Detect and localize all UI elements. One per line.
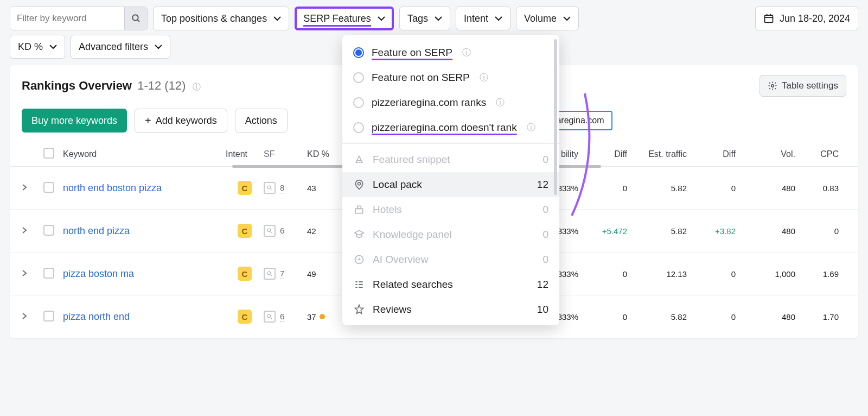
- chevron-down-icon: [273, 16, 281, 21]
- serp-features-icon[interactable]: [264, 311, 276, 323]
- dd-feature-item: Featured snippet0: [342, 147, 559, 172]
- radio-icon: [353, 122, 364, 133]
- feature-icon: [353, 154, 365, 165]
- search-icon: [131, 14, 141, 23]
- svg-line-22: [271, 275, 272, 276]
- svg-point-19: [267, 229, 271, 232]
- chevron-down-icon: [495, 16, 502, 21]
- search-button[interactable]: [124, 7, 147, 30]
- svg-rect-7: [355, 209, 362, 213]
- svg-point-6: [358, 182, 361, 185]
- intent-filter[interactable]: Intent: [456, 7, 510, 30]
- keyword-filter: [10, 7, 148, 30]
- top-positions-filter[interactable]: Top positions & changes: [153, 7, 289, 30]
- dd-option-domain-not-ranks[interactable]: pizzeriaregina.com doesn't rankⓘ: [342, 115, 559, 140]
- dd-option-domain-ranks[interactable]: pizzeriaregina.com ranksⓘ: [342, 90, 559, 115]
- radio-checked-icon: [353, 47, 364, 58]
- date-range-picker[interactable]: Jun 18-20, 2024: [755, 7, 858, 30]
- chevron-down-icon: [563, 16, 571, 21]
- row-checkbox[interactable]: [43, 225, 54, 236]
- svg-rect-8: [358, 206, 361, 209]
- svg-rect-2: [764, 15, 773, 22]
- feature-icon: [353, 204, 365, 215]
- chevron-down-icon: [435, 16, 442, 21]
- serp-features-icon[interactable]: [264, 225, 276, 237]
- feature-icon: [353, 254, 365, 265]
- tags-filter[interactable]: Tags: [399, 7, 450, 30]
- col-traffic[interactable]: Est. traffic: [627, 149, 687, 159]
- radio-icon: [353, 72, 364, 83]
- intent-badge: C: [238, 224, 252, 238]
- serp-features-icon[interactable]: [264, 182, 276, 194]
- info-icon: ⓘ: [480, 72, 488, 84]
- info-icon: ⓘ: [193, 82, 201, 91]
- intent-badge: C: [238, 267, 252, 281]
- dd-feature-item: Knowledge panel0: [342, 222, 559, 247]
- col-diff2[interactable]: Diff: [687, 149, 736, 159]
- col-cpc[interactable]: CPC: [795, 149, 839, 159]
- feature-icon: [353, 279, 365, 290]
- select-all-checkbox[interactable]: [43, 148, 54, 159]
- svg-point-17: [267, 186, 271, 189]
- keyword-filter-input[interactable]: [10, 7, 124, 30]
- dd-feature-item[interactable]: Local pack12: [342, 172, 559, 197]
- col-volume[interactable]: Vol.: [736, 149, 795, 159]
- serp-features-filter[interactable]: SERP Features: [295, 7, 394, 30]
- advanced-filters[interactable]: Advanced filters: [71, 35, 170, 59]
- expand-row[interactable]: [22, 226, 43, 236]
- dd-feature-item[interactable]: Reviews10: [342, 297, 559, 322]
- svg-point-23: [267, 314, 271, 318]
- serp-features-dropdown: Feature on SERPⓘ Feature not on SERPⓘ pi…: [342, 35, 559, 325]
- col-sf[interactable]: SF: [264, 149, 307, 159]
- actions-button[interactable]: Actions: [235, 109, 288, 133]
- radio-icon: [353, 97, 364, 108]
- gear-icon: [768, 81, 777, 91]
- chevron-down-icon: [49, 44, 57, 49]
- info-icon: ⓘ: [527, 122, 535, 134]
- keyword-link[interactable]: north end pizza: [63, 225, 130, 236]
- svg-point-0: [132, 15, 138, 21]
- buy-keywords-button[interactable]: Buy more keywords: [22, 109, 127, 133]
- row-checkbox[interactable]: [43, 311, 54, 322]
- calendar-icon: [763, 13, 774, 24]
- dd-feature-item: AI Overview0: [342, 247, 559, 272]
- feature-icon: [353, 179, 365, 190]
- serp-features-icon[interactable]: [264, 268, 276, 280]
- info-icon: ⓘ: [462, 47, 471, 59]
- dd-option-feature-on-serp[interactable]: Feature on SERPⓘ: [342, 40, 559, 65]
- keyword-link[interactable]: pizza boston ma: [63, 268, 134, 279]
- expand-row[interactable]: [22, 312, 43, 322]
- info-icon: ⓘ: [496, 97, 505, 109]
- page-title: Rankings Overview 1-12 (12) ⓘ: [22, 79, 201, 93]
- dd-feature-item: Hotels0: [342, 197, 559, 222]
- row-checkbox[interactable]: [43, 268, 54, 279]
- col-intent[interactable]: Intent: [226, 149, 264, 159]
- svg-line-1: [137, 20, 139, 22]
- keyword-link[interactable]: north end boston pizza: [63, 182, 162, 193]
- scrollbar[interactable]: [554, 39, 557, 195]
- feature-icon: [353, 229, 365, 240]
- col-diff[interactable]: Diff: [578, 149, 627, 159]
- svg-line-20: [271, 232, 272, 234]
- svg-line-18: [271, 189, 272, 191]
- expand-row[interactable]: [22, 269, 43, 279]
- table-settings-button[interactable]: Table settings: [760, 75, 846, 97]
- intent-badge: C: [238, 310, 252, 324]
- svg-point-21: [267, 272, 271, 275]
- volume-filter[interactable]: Volume: [516, 7, 579, 30]
- filter-toolbar: Top positions & changes SERP Features Ta…: [10, 7, 858, 30]
- row-checkbox[interactable]: [43, 182, 54, 193]
- svg-point-16: [771, 85, 774, 87]
- chevron-down-icon: [155, 44, 162, 49]
- col-keyword[interactable]: Keyword: [63, 149, 226, 159]
- filter-toolbar-row2: KD % Advanced filters Feature on SERPⓘ F…: [10, 35, 858, 59]
- dd-option-feature-not-on-serp[interactable]: Feature not on SERPⓘ: [342, 65, 559, 90]
- intent-badge: C: [238, 181, 252, 195]
- add-keywords-button[interactable]: +Add keywords: [135, 109, 227, 133]
- expand-row[interactable]: [22, 184, 43, 193]
- kd-filter[interactable]: KD %: [10, 35, 65, 59]
- keyword-link[interactable]: pizza north end: [63, 311, 130, 322]
- dd-feature-item[interactable]: Related searches12: [342, 272, 559, 297]
- svg-line-24: [271, 318, 272, 319]
- chevron-down-icon: [378, 16, 385, 21]
